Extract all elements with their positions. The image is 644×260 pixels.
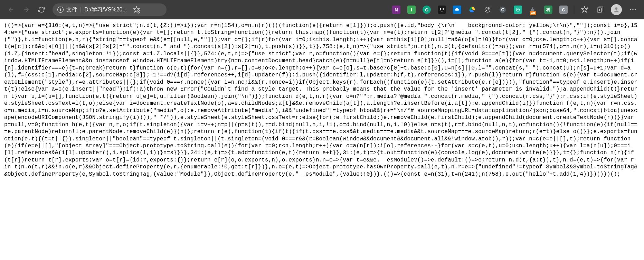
sync-circle-icon: [484, 6, 491, 13]
address-url: D:/学习/VS%20...: [84, 6, 127, 13]
ext-copilot[interactable]: C: [557, 3, 570, 17]
ext-sync[interactable]: [481, 3, 494, 17]
collections-button[interactable]: [593, 3, 607, 17]
ext-fire[interactable]: off: [526, 3, 540, 17]
ext-circle-c[interactable]: [496, 3, 510, 17]
svg-point-6: [517, 9, 519, 10]
grammarly-icon: G: [423, 6, 431, 14]
face-icon: [438, 6, 446, 14]
page-content: (()=>{var e={310:(e,t,n)=>{"use strict";…: [0, 19, 644, 180]
ext-ke[interactable]: 科: [541, 3, 555, 17]
ext-off-badge: off: [530, 11, 536, 15]
profile-avatar[interactable]: [611, 4, 622, 15]
address-bar[interactable]: i 文件 | D:/学习/VS%20...: [53, 3, 167, 16]
copilot-icon: C: [559, 6, 568, 14]
forward-button[interactable]: [19, 3, 33, 17]
ext-onenote[interactable]: N: [389, 3, 403, 17]
address-scheme-label: 文件: [66, 6, 77, 13]
star-plus-icon: [133, 6, 140, 13]
arrow-right-icon: [23, 6, 30, 13]
ext-face[interactable]: [435, 3, 449, 17]
ke-icon: 科: [544, 6, 552, 14]
site-info-icon[interactable]: i: [57, 7, 64, 13]
menu-button[interactable]: [626, 3, 640, 17]
favorites-button[interactable]: [578, 3, 591, 17]
ext-drive[interactable]: [465, 3, 479, 17]
arrow-left-icon: [8, 6, 15, 13]
svg-point-10: [632, 9, 633, 10]
browser-toolbar: i 文件 | D:/学习/VS%20... N i G: [0, 0, 644, 19]
refresh-button[interactable]: [35, 3, 48, 17]
drive-icon: [468, 6, 476, 13]
onenote-icon: N: [392, 6, 400, 14]
add-favorite-button[interactable]: [133, 6, 140, 13]
back-button[interactable]: [4, 3, 18, 17]
svg-point-2: [443, 8, 444, 10]
ext-grammarly[interactable]: G: [420, 3, 434, 17]
dots-icon: [629, 6, 637, 13]
ext-target[interactable]: [511, 3, 525, 17]
refresh-icon: [38, 6, 45, 13]
ext-info[interactable]: i: [405, 3, 418, 17]
collections-icon: [596, 6, 604, 13]
info-square-icon: i: [407, 6, 416, 14]
toolbar-divider: [574, 6, 574, 14]
address-separator: |: [80, 7, 82, 13]
svg-point-9: [630, 9, 631, 10]
ext-cloud[interactable]: [450, 3, 464, 17]
svg-point-4: [500, 7, 506, 13]
circle-c-icon: [499, 6, 506, 13]
star-list-icon: [581, 6, 588, 13]
cloud-icon: [453, 6, 461, 14]
svg-point-11: [635, 9, 636, 10]
target-icon: [514, 6, 522, 14]
svg-point-3: [485, 7, 490, 12]
person-icon: [613, 6, 620, 13]
svg-point-1: [440, 8, 441, 10]
svg-point-8: [615, 7, 618, 10]
